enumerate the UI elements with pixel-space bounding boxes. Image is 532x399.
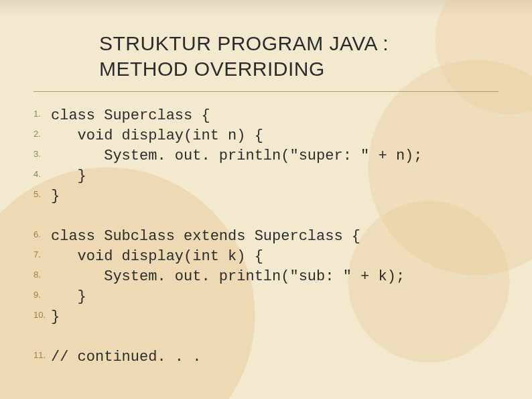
code-text: class Superclass { — [51, 106, 210, 126]
slide-title-line1: STRUKTUR PROGRAM JAVA : — [99, 31, 389, 56]
code-line: 4. } — [34, 166, 503, 186]
code-text: System. out. println("sub: " + k); — [51, 267, 405, 287]
line-number: 5. — [34, 184, 51, 205]
line-number: 10. — [34, 305, 51, 325]
code-line: 10. } — [34, 307, 503, 327]
code-line: 3. System. out. println("super: " + n); — [34, 146, 503, 166]
code-line: 2. void display(int n) { — [34, 126, 503, 146]
code-text: void display(int n) { — [51, 126, 263, 146]
line-number: 2. — [34, 124, 51, 144]
code-line: 9. } — [34, 287, 503, 307]
code-listing: 1. class Superclass { 2. void display(in… — [34, 106, 503, 367]
code-text: void display(int k) { — [51, 247, 263, 267]
blank-line — [34, 207, 503, 227]
blank-line — [34, 327, 503, 347]
title-underline — [34, 91, 498, 92]
code-line: 5. } — [34, 186, 503, 207]
code-text: } — [51, 166, 86, 186]
line-number: 9. — [34, 285, 51, 305]
code-line: 8. System. out. println("sub: " + k); — [34, 267, 503, 287]
code-line: 11. // continued. . . — [34, 347, 503, 367]
slide-title-line2: METHOD OVERRIDING — [99, 56, 389, 82]
code-text: System. out. println("super: " + n); — [51, 146, 423, 166]
line-number: 4. — [34, 164, 51, 184]
line-number: 6. — [34, 225, 51, 245]
line-number: 3. — [34, 144, 51, 164]
code-line: 7. void display(int k) { — [34, 247, 503, 267]
code-text: } — [51, 307, 60, 327]
slide-title-block: STRUKTUR PROGRAM JAVA : METHOD OVERRIDIN… — [99, 31, 389, 82]
code-text: class Subclass extends Superclass { — [51, 227, 360, 247]
slide: STRUKTUR PROGRAM JAVA : METHOD OVERRIDIN… — [0, 0, 532, 399]
line-number: 8. — [34, 265, 51, 285]
code-line: 1. class Superclass { — [34, 106, 503, 126]
line-number: 1. — [34, 104, 51, 124]
code-text: } — [51, 186, 60, 207]
line-number: 7. — [34, 245, 51, 265]
code-text: } — [51, 287, 86, 307]
code-line: 6. class Subclass extends Superclass { — [34, 227, 503, 247]
code-text: // continued. . . — [51, 347, 201, 367]
line-number: 11. — [34, 345, 51, 365]
